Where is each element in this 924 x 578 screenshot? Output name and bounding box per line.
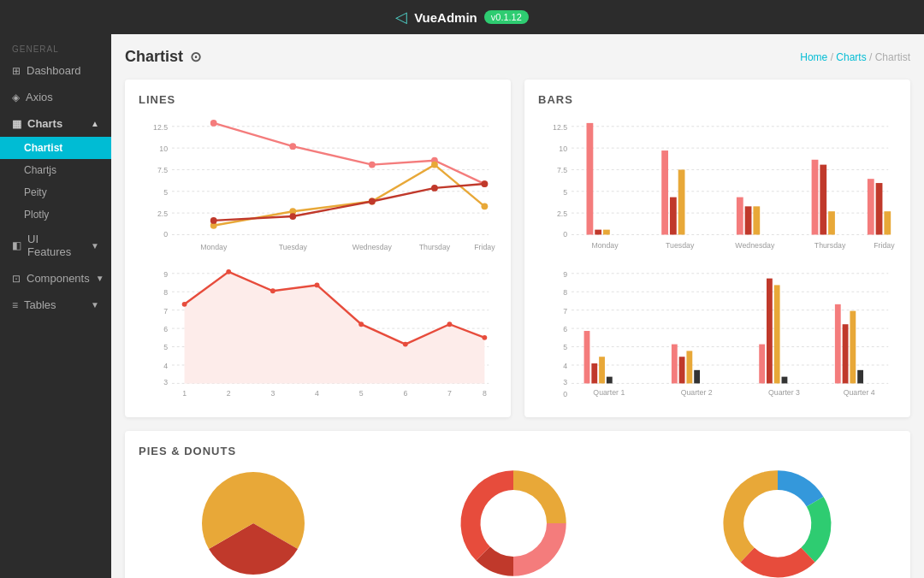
pies-card-title: PIES & DONUTS	[139, 445, 897, 457]
svg-text:5: 5	[163, 188, 168, 197]
svg-point-19	[369, 162, 376, 168]
svg-text:Quarter 2: Quarter 2	[681, 388, 713, 397]
svg-rect-124	[774, 285, 780, 383]
svg-text:2.5: 2.5	[557, 209, 567, 218]
brand: ◁ VueAdmin v0.1.12	[395, 8, 529, 27]
svg-text:2: 2	[227, 389, 231, 398]
svg-text:Quarter 3: Quarter 3	[768, 388, 800, 397]
svg-rect-114	[584, 331, 590, 383]
svg-text:8: 8	[563, 288, 567, 297]
svg-point-29	[369, 198, 376, 205]
lines-card: LINES 12.5 10 7.5	[125, 80, 511, 417]
svg-text:7: 7	[563, 307, 567, 316]
sidebar-sub-plotly[interactable]: Plotly	[0, 203, 111, 226]
charts-icon: ▦	[12, 118, 21, 130]
page-header: Chartist ⊙ Home / Charts / Chartist	[125, 48, 910, 66]
svg-rect-93	[876, 183, 883, 234]
svg-text:0: 0	[563, 390, 567, 398]
chevron-up-icon: ▲	[91, 119, 99, 128]
svg-text:12.5: 12.5	[153, 123, 168, 132]
sidebar-item-axios[interactable]: ◈ Axios	[0, 84, 111, 110]
svg-rect-125	[782, 377, 788, 384]
github-icon[interactable]: ⊙	[190, 49, 201, 65]
svg-point-17	[210, 120, 217, 127]
svg-point-30	[431, 185, 438, 192]
svg-text:Tuesday: Tuesday	[279, 243, 308, 251]
svg-point-57	[270, 288, 275, 293]
svg-text:4: 4	[315, 389, 319, 398]
svg-text:Wednesday: Wednesday	[735, 241, 775, 250]
svg-rect-123	[767, 279, 773, 384]
breadcrumb-charts[interactable]: Charts	[836, 51, 866, 63]
svg-text:Quarter 4: Quarter 4	[844, 388, 875, 397]
svg-text:Friday: Friday	[474, 243, 495, 251]
svg-text:Monday: Monday	[591, 241, 619, 250]
svg-text:6: 6	[163, 325, 168, 333]
breadcrumb-sep2: /	[869, 51, 875, 63]
sidebar-sub-chartist[interactable]: Chartist	[0, 137, 111, 159]
sidebar-item-components[interactable]: ⊡ Components ▼	[0, 265, 111, 292]
svg-rect-119	[679, 357, 685, 383]
components-icon: ⊡	[12, 273, 21, 285]
sidebar-item-label: UI Features	[27, 233, 85, 258]
svg-text:0: 0	[563, 230, 567, 239]
svg-text:2.5: 2.5	[157, 209, 168, 218]
svg-text:10: 10	[559, 144, 567, 153]
pie-1-svg	[202, 472, 305, 575]
svg-text:Thursday: Thursday	[419, 243, 451, 251]
svg-rect-91	[828, 211, 835, 234]
donut-2-svg	[722, 468, 833, 578]
axios-icon: ◈	[12, 91, 20, 103]
svg-rect-121	[694, 370, 700, 384]
svg-point-26	[481, 203, 488, 209]
svg-rect-115	[591, 363, 597, 383]
pies-row: 3 4	[139, 468, 897, 578]
sidebar-item-dashboard[interactable]: ⊞ Dashboard	[0, 57, 111, 84]
sidebar-item-ui-features[interactable]: ◧ UI Features ▼	[0, 226, 111, 265]
brand-name: VueAdmin	[414, 10, 477, 25]
sidebar-item-charts[interactable]: ▦ Charts ▲	[0, 110, 111, 137]
logo-icon: ◁	[395, 8, 407, 27]
svg-text:4: 4	[563, 362, 567, 370]
bars-card: BARS 12.5 10 7.5 5	[524, 80, 910, 417]
svg-rect-122	[759, 345, 765, 384]
line-chart-1: 12.5 10 7.5 5 2.5 0 Monday Tuesday Wedne…	[139, 116, 497, 257]
sidebar-sub-peity[interactable]: Peity	[0, 181, 111, 203]
svg-point-18	[289, 143, 296, 150]
main-content: Chartist ⊙ Home / Charts / Chartist LINE…	[111, 34, 924, 578]
svg-point-59	[358, 321, 364, 327]
svg-rect-81	[595, 230, 601, 235]
svg-text:6: 6	[403, 389, 407, 398]
svg-text:10: 10	[159, 144, 168, 153]
layout: GENERAL ⊞ Dashboard ◈ Axios ▦ Charts ▲ C…	[0, 34, 924, 578]
bar-chart-2: 9 8 7 6 5 4 3 0 Quarter 1 Quarter 2 Quar…	[538, 263, 897, 404]
donut-2: 1 2	[722, 468, 833, 578]
charts-row-1: LINES 12.5 10 7.5	[125, 80, 910, 417]
sidebar-item-label: Charts	[27, 117, 62, 130]
sidebar: GENERAL ⊞ Dashboard ◈ Axios ▦ Charts ▲ C…	[0, 34, 111, 578]
sidebar-section-general: GENERAL	[0, 34, 111, 57]
ui-icon: ◧	[12, 239, 21, 251]
svg-text:6: 6	[563, 325, 567, 333]
svg-point-61	[447, 321, 453, 327]
breadcrumb-home[interactable]: Home	[800, 51, 827, 63]
svg-text:Quarter 1: Quarter 1	[593, 388, 625, 397]
svg-point-28	[289, 213, 296, 220]
sidebar-item-label: Dashboard	[27, 64, 81, 77]
chevron-down-icon: ▼	[91, 241, 99, 251]
lines-card-title: LINES	[139, 93, 497, 106]
svg-text:Wednesday: Wednesday	[352, 243, 393, 251]
svg-text:3: 3	[163, 378, 168, 386]
svg-point-25	[431, 162, 438, 168]
sidebar-item-label: Axios	[26, 91, 53, 103]
svg-text:1: 1	[182, 389, 187, 398]
sidebar-item-tables[interactable]: ≡ Tables ▼	[0, 292, 111, 318]
svg-rect-84	[670, 198, 677, 235]
svg-rect-118	[672, 345, 678, 384]
svg-text:12.5: 12.5	[553, 123, 567, 132]
svg-rect-120	[686, 351, 692, 383]
chevron-down-icon3: ▼	[91, 300, 99, 310]
sidebar-sub-chartjs[interactable]: Chartjs	[0, 159, 111, 181]
svg-rect-94	[884, 211, 891, 234]
svg-point-27	[210, 217, 217, 224]
